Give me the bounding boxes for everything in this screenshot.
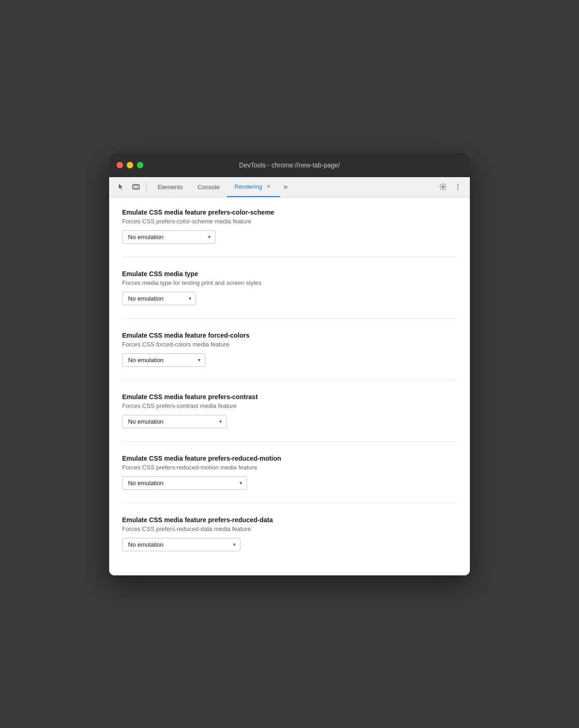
section-media-type: Emulate CSS media type Forces media type… bbox=[122, 270, 457, 305]
select-wrapper-media-type: No emulation print screen ▾ bbox=[122, 292, 196, 305]
minimize-button[interactable] bbox=[127, 162, 133, 168]
section-desc-forced-colors: Forces CSS forced-colors media feature bbox=[122, 341, 457, 348]
section-desc-prefers-reduced-motion: Forces CSS prefers-reduced-motion media … bbox=[122, 464, 457, 471]
select-wrapper-prefers-color-scheme: No emulation prefers-color-scheme: dark … bbox=[122, 230, 216, 244]
maximize-button[interactable] bbox=[137, 162, 143, 168]
select-wrapper-prefers-reduced-data: No emulation prefers-reduced-data: reduc… bbox=[122, 538, 240, 551]
select-prefers-color-scheme[interactable]: No emulation prefers-color-scheme: dark … bbox=[122, 230, 216, 244]
section-title-prefers-reduced-motion: Emulate CSS media feature prefers-reduce… bbox=[122, 455, 457, 462]
section-prefers-reduced-data: Emulate CSS media feature prefers-reduce… bbox=[122, 516, 457, 551]
select-wrapper-forced-colors: No emulation forced-colors: active force… bbox=[122, 353, 205, 367]
divider-5 bbox=[122, 503, 457, 503]
titlebar-title: DevTools - chrome://new-tab-page/ bbox=[239, 161, 340, 169]
svg-rect-1 bbox=[134, 185, 138, 188]
toolbar-divider bbox=[146, 182, 147, 191]
divider-2 bbox=[122, 318, 457, 319]
section-title-prefers-contrast: Emulate CSS media feature prefers-contra… bbox=[122, 393, 457, 401]
tab-close-icon[interactable]: ✕ bbox=[265, 183, 272, 190]
section-prefers-reduced-motion: Emulate CSS media feature prefers-reduce… bbox=[122, 455, 457, 490]
section-desc-prefers-contrast: Forces CSS prefers-contrast media featur… bbox=[122, 402, 457, 409]
toolbar: Elements Console Rendering ✕ » bbox=[109, 177, 470, 197]
section-desc-media-type: Forces media type for testing print and … bbox=[122, 279, 457, 286]
section-prefers-color-scheme: Emulate CSS media feature prefers-color-… bbox=[122, 209, 457, 244]
tab-more-button[interactable]: » bbox=[280, 177, 291, 197]
cursor-icon[interactable] bbox=[115, 180, 128, 193]
svg-point-4 bbox=[457, 189, 458, 190]
titlebar: DevTools - chrome://new-tab-page/ bbox=[109, 153, 470, 177]
section-prefers-contrast: Emulate CSS media feature prefers-contra… bbox=[122, 393, 457, 428]
devtools-window: DevTools - chrome://new-tab-page/ Elemen… bbox=[109, 153, 470, 575]
svg-point-2 bbox=[457, 184, 458, 185]
section-desc-prefers-color-scheme: Forces CSS prefers-color-scheme media fe… bbox=[122, 218, 457, 225]
divider-3 bbox=[122, 380, 457, 380]
select-wrapper-prefers-contrast: No emulation prefers-contrast: more pref… bbox=[122, 415, 227, 428]
device-icon[interactable] bbox=[129, 180, 142, 193]
tab-rendering[interactable]: Rendering ✕ bbox=[227, 177, 280, 197]
rendering-panel: Emulate CSS media feature prefers-color-… bbox=[109, 197, 470, 575]
divider-4 bbox=[122, 441, 457, 442]
tabs-container: Elements Console Rendering ✕ » bbox=[150, 177, 435, 197]
close-button[interactable] bbox=[117, 162, 123, 168]
section-title-prefers-color-scheme: Emulate CSS media feature prefers-color-… bbox=[122, 209, 457, 216]
select-prefers-reduced-motion[interactable]: No emulation prefers-reduced-motion: red… bbox=[122, 476, 247, 490]
toolbar-actions bbox=[437, 180, 464, 193]
menu-button[interactable] bbox=[451, 180, 464, 193]
tab-elements[interactable]: Elements bbox=[150, 177, 190, 197]
tab-console[interactable]: Console bbox=[190, 177, 227, 197]
svg-point-3 bbox=[457, 186, 458, 187]
select-wrapper-prefers-reduced-motion: No emulation prefers-reduced-motion: red… bbox=[122, 476, 247, 490]
select-prefers-reduced-data[interactable]: No emulation prefers-reduced-data: reduc… bbox=[122, 538, 240, 551]
select-prefers-contrast[interactable]: No emulation prefers-contrast: more pref… bbox=[122, 415, 227, 428]
section-title-prefers-reduced-data: Emulate CSS media feature prefers-reduce… bbox=[122, 516, 457, 524]
section-desc-prefers-reduced-data: Forces CSS prefers-reduced-data media fe… bbox=[122, 525, 457, 532]
section-title-media-type: Emulate CSS media type bbox=[122, 270, 457, 278]
select-media-type[interactable]: No emulation print screen bbox=[122, 292, 196, 305]
section-forced-colors: Emulate CSS media feature forced-colors … bbox=[122, 332, 457, 367]
settings-button[interactable] bbox=[437, 180, 450, 193]
section-title-forced-colors: Emulate CSS media feature forced-colors bbox=[122, 332, 457, 339]
divider-1 bbox=[122, 257, 457, 257]
select-forced-colors[interactable]: No emulation forced-colors: active force… bbox=[122, 353, 205, 367]
traffic-lights bbox=[117, 162, 143, 168]
